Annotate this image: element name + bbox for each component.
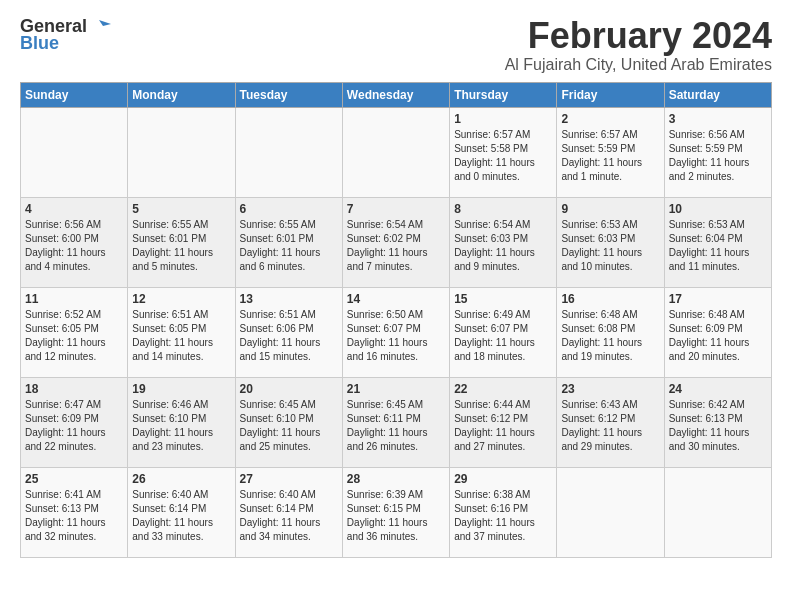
calendar-cell: 11Sunrise: 6:52 AM Sunset: 6:05 PM Dayli… — [21, 287, 128, 377]
weekday-header: Thursday — [450, 82, 557, 107]
day-info: Sunrise: 6:46 AM Sunset: 6:10 PM Dayligh… — [132, 398, 230, 454]
day-info: Sunrise: 6:53 AM Sunset: 6:04 PM Dayligh… — [669, 218, 767, 274]
calendar-cell: 27Sunrise: 6:40 AM Sunset: 6:14 PM Dayli… — [235, 467, 342, 557]
day-info: Sunrise: 6:44 AM Sunset: 6:12 PM Dayligh… — [454, 398, 552, 454]
day-number: 11 — [25, 292, 123, 306]
calendar-cell: 19Sunrise: 6:46 AM Sunset: 6:10 PM Dayli… — [128, 377, 235, 467]
day-number: 7 — [347, 202, 445, 216]
day-number: 29 — [454, 472, 552, 486]
svg-marker-0 — [99, 20, 111, 26]
day-info: Sunrise: 6:57 AM Sunset: 5:59 PM Dayligh… — [561, 128, 659, 184]
weekday-header: Friday — [557, 82, 664, 107]
day-number: 1 — [454, 112, 552, 126]
calendar-cell — [342, 107, 449, 197]
day-number: 14 — [347, 292, 445, 306]
day-number: 28 — [347, 472, 445, 486]
day-info: Sunrise: 6:48 AM Sunset: 6:09 PM Dayligh… — [669, 308, 767, 364]
calendar-cell: 14Sunrise: 6:50 AM Sunset: 6:07 PM Dayli… — [342, 287, 449, 377]
title-area: February 2024 Al Fujairah City, United A… — [505, 16, 772, 74]
day-info: Sunrise: 6:40 AM Sunset: 6:14 PM Dayligh… — [132, 488, 230, 544]
day-number: 22 — [454, 382, 552, 396]
day-number: 10 — [669, 202, 767, 216]
day-number: 18 — [25, 382, 123, 396]
weekday-header: Monday — [128, 82, 235, 107]
day-number: 19 — [132, 382, 230, 396]
calendar-cell: 4Sunrise: 6:56 AM Sunset: 6:00 PM Daylig… — [21, 197, 128, 287]
location-title: Al Fujairah City, United Arab Emirates — [505, 56, 772, 74]
weekday-header: Sunday — [21, 82, 128, 107]
day-info: Sunrise: 6:48 AM Sunset: 6:08 PM Dayligh… — [561, 308, 659, 364]
calendar-cell — [21, 107, 128, 197]
header: General Blue February 2024 Al Fujairah C… — [20, 16, 772, 74]
day-number: 2 — [561, 112, 659, 126]
day-info: Sunrise: 6:54 AM Sunset: 6:03 PM Dayligh… — [454, 218, 552, 274]
calendar-cell: 20Sunrise: 6:45 AM Sunset: 6:10 PM Dayli… — [235, 377, 342, 467]
day-number: 9 — [561, 202, 659, 216]
day-info: Sunrise: 6:55 AM Sunset: 6:01 PM Dayligh… — [240, 218, 338, 274]
weekday-header: Tuesday — [235, 82, 342, 107]
calendar-cell: 8Sunrise: 6:54 AM Sunset: 6:03 PM Daylig… — [450, 197, 557, 287]
calendar-table: SundayMondayTuesdayWednesdayThursdayFrid… — [20, 82, 772, 558]
calendar-cell: 13Sunrise: 6:51 AM Sunset: 6:06 PM Dayli… — [235, 287, 342, 377]
calendar-cell: 28Sunrise: 6:39 AM Sunset: 6:15 PM Dayli… — [342, 467, 449, 557]
logo-blue: Blue — [20, 33, 59, 54]
day-number: 5 — [132, 202, 230, 216]
day-number: 21 — [347, 382, 445, 396]
day-number: 13 — [240, 292, 338, 306]
day-info: Sunrise: 6:45 AM Sunset: 6:11 PM Dayligh… — [347, 398, 445, 454]
day-number: 16 — [561, 292, 659, 306]
calendar-cell: 21Sunrise: 6:45 AM Sunset: 6:11 PM Dayli… — [342, 377, 449, 467]
day-info: Sunrise: 6:56 AM Sunset: 6:00 PM Dayligh… — [25, 218, 123, 274]
calendar-cell: 18Sunrise: 6:47 AM Sunset: 6:09 PM Dayli… — [21, 377, 128, 467]
day-info: Sunrise: 6:55 AM Sunset: 6:01 PM Dayligh… — [132, 218, 230, 274]
day-number: 4 — [25, 202, 123, 216]
calendar-cell: 1Sunrise: 6:57 AM Sunset: 5:58 PM Daylig… — [450, 107, 557, 197]
logo-bird-icon — [89, 18, 111, 36]
calendar-week-row: 4Sunrise: 6:56 AM Sunset: 6:00 PM Daylig… — [21, 197, 772, 287]
calendar-cell: 12Sunrise: 6:51 AM Sunset: 6:05 PM Dayli… — [128, 287, 235, 377]
day-number: 3 — [669, 112, 767, 126]
day-number: 24 — [669, 382, 767, 396]
calendar-header-row: SundayMondayTuesdayWednesdayThursdayFrid… — [21, 82, 772, 107]
calendar-cell: 5Sunrise: 6:55 AM Sunset: 6:01 PM Daylig… — [128, 197, 235, 287]
calendar-cell: 2Sunrise: 6:57 AM Sunset: 5:59 PM Daylig… — [557, 107, 664, 197]
calendar-cell: 22Sunrise: 6:44 AM Sunset: 6:12 PM Dayli… — [450, 377, 557, 467]
day-info: Sunrise: 6:39 AM Sunset: 6:15 PM Dayligh… — [347, 488, 445, 544]
month-title: February 2024 — [505, 16, 772, 56]
day-number: 20 — [240, 382, 338, 396]
calendar-cell — [128, 107, 235, 197]
calendar-cell: 16Sunrise: 6:48 AM Sunset: 6:08 PM Dayli… — [557, 287, 664, 377]
day-info: Sunrise: 6:53 AM Sunset: 6:03 PM Dayligh… — [561, 218, 659, 274]
day-number: 6 — [240, 202, 338, 216]
day-info: Sunrise: 6:50 AM Sunset: 6:07 PM Dayligh… — [347, 308, 445, 364]
day-info: Sunrise: 6:42 AM Sunset: 6:13 PM Dayligh… — [669, 398, 767, 454]
calendar-cell: 17Sunrise: 6:48 AM Sunset: 6:09 PM Dayli… — [664, 287, 771, 377]
calendar-week-row: 11Sunrise: 6:52 AM Sunset: 6:05 PM Dayli… — [21, 287, 772, 377]
calendar-cell — [664, 467, 771, 557]
calendar-cell: 15Sunrise: 6:49 AM Sunset: 6:07 PM Dayli… — [450, 287, 557, 377]
logo: General Blue — [20, 16, 111, 54]
day-info: Sunrise: 6:38 AM Sunset: 6:16 PM Dayligh… — [454, 488, 552, 544]
calendar-cell: 25Sunrise: 6:41 AM Sunset: 6:13 PM Dayli… — [21, 467, 128, 557]
day-number: 12 — [132, 292, 230, 306]
calendar-cell: 3Sunrise: 6:56 AM Sunset: 5:59 PM Daylig… — [664, 107, 771, 197]
calendar-cell — [235, 107, 342, 197]
day-info: Sunrise: 6:40 AM Sunset: 6:14 PM Dayligh… — [240, 488, 338, 544]
day-info: Sunrise: 6:47 AM Sunset: 6:09 PM Dayligh… — [25, 398, 123, 454]
day-info: Sunrise: 6:45 AM Sunset: 6:10 PM Dayligh… — [240, 398, 338, 454]
calendar-cell: 24Sunrise: 6:42 AM Sunset: 6:13 PM Dayli… — [664, 377, 771, 467]
calendar-cell — [557, 467, 664, 557]
day-info: Sunrise: 6:51 AM Sunset: 6:06 PM Dayligh… — [240, 308, 338, 364]
calendar-cell: 10Sunrise: 6:53 AM Sunset: 6:04 PM Dayli… — [664, 197, 771, 287]
day-number: 8 — [454, 202, 552, 216]
day-info: Sunrise: 6:57 AM Sunset: 5:58 PM Dayligh… — [454, 128, 552, 184]
day-number: 27 — [240, 472, 338, 486]
day-number: 23 — [561, 382, 659, 396]
calendar-cell: 7Sunrise: 6:54 AM Sunset: 6:02 PM Daylig… — [342, 197, 449, 287]
day-info: Sunrise: 6:52 AM Sunset: 6:05 PM Dayligh… — [25, 308, 123, 364]
day-info: Sunrise: 6:51 AM Sunset: 6:05 PM Dayligh… — [132, 308, 230, 364]
calendar-body: 1Sunrise: 6:57 AM Sunset: 5:58 PM Daylig… — [21, 107, 772, 557]
day-info: Sunrise: 6:41 AM Sunset: 6:13 PM Dayligh… — [25, 488, 123, 544]
day-number: 15 — [454, 292, 552, 306]
day-number: 25 — [25, 472, 123, 486]
